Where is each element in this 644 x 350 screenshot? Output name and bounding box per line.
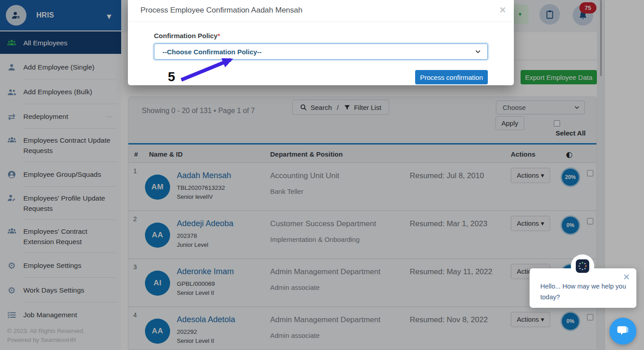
chat-launcher-button[interactable] xyxy=(609,318,636,345)
chat-brand-dots-icon xyxy=(575,259,590,273)
confirmation-policy-select[interactable]: --Choose Confirmation Policy-- xyxy=(154,44,488,60)
annotation-step-number: 5 xyxy=(168,70,175,84)
process-confirmation-modal: Process Employee Confirmation Aadah Mens… xyxy=(128,0,514,85)
modal-title: Process Employee Confirmation Aadah Mens… xyxy=(140,6,302,15)
chat-message: Hello... How may we help you today? xyxy=(540,281,626,302)
chevron-down-icon xyxy=(475,48,481,55)
confirmation-policy-label: Confirmation Policy* xyxy=(154,32,220,39)
chat-bubble-icon xyxy=(616,324,630,338)
chat-brand-circle xyxy=(571,254,594,278)
modal-divider xyxy=(128,22,514,22)
select-placeholder-value: --Choose Confirmation Policy-- xyxy=(162,48,262,56)
process-confirmation-button[interactable]: Process confirmation xyxy=(415,70,488,84)
close-icon[interactable]: × xyxy=(499,4,506,15)
required-asterisk: * xyxy=(218,32,220,39)
